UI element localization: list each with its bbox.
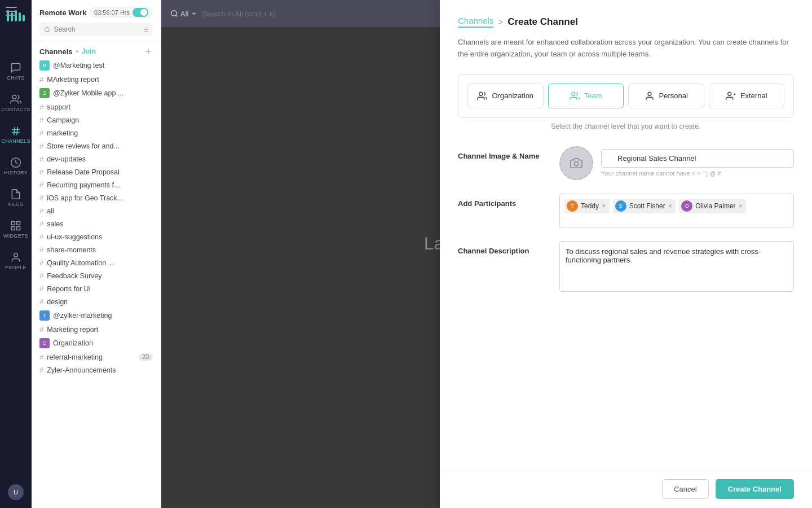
add-participants-row: Add Participants T Teddy × S Scott Fishe… (458, 194, 794, 227)
channel-name: Zyler-Announcements (47, 366, 153, 374)
remove-scott-button[interactable]: × (668, 202, 673, 209)
channel-avatar: O (39, 338, 50, 348)
nav-widgets[interactable]: WIDGETS (2, 214, 29, 244)
organization-icon (477, 91, 487, 101)
svg-point-30 (572, 92, 575, 95)
channel-image-name-label: Channel Image & Name (458, 146, 548, 160)
channel-name: marketing (47, 129, 153, 137)
sidebar-search-box[interactable] (39, 23, 153, 36)
type-option-team[interactable]: Team (548, 84, 624, 108)
channel-item[interactable]: # sales (32, 217, 161, 230)
channel-item[interactable]: # Recurring payments f... (32, 178, 161, 191)
create-channel-modal: Channels > Create Channel Channels are m… (440, 0, 812, 508)
channel-item[interactable]: # design (32, 295, 161, 308)
channel-name: Qaulity Automation ... (47, 259, 153, 267)
filter-icon[interactable] (142, 26, 149, 33)
nav-people[interactable]: PEOPLE (2, 246, 29, 275)
participants-area[interactable]: T Teddy × S Scott Fisher × O Olivia Palm… (559, 194, 794, 227)
sidebar-search-input[interactable] (54, 25, 139, 33)
channel-image-area: # Your channel name cannot have < > " | … (559, 146, 794, 180)
remove-teddy-button[interactable]: × (602, 202, 606, 209)
svg-point-35 (574, 161, 578, 165)
channel-name: share-moments (47, 246, 153, 254)
team-icon (570, 91, 580, 101)
unread-badge: 2D (139, 353, 153, 361)
channel-name-input-wrap: # Your channel name cannot have < > " | … (601, 149, 794, 177)
channel-name: Marketing report (47, 326, 153, 334)
channel-item[interactable]: Z @Zylker Mobile app ... ··· (32, 86, 161, 100)
hash-icon: # (39, 271, 43, 280)
channel-item[interactable]: M @Marketing test ··· (32, 58, 161, 73)
search-icon-top (170, 10, 178, 17)
channel-item[interactable]: # Release Date Proposal (32, 165, 161, 178)
type-option-external[interactable]: External (709, 84, 785, 108)
hash-icon: # (39, 259, 43, 267)
hamburger-icon[interactable] (6, 7, 17, 18)
type-option-personal[interactable]: Personal (628, 84, 704, 108)
search-icon (44, 26, 51, 33)
channel-name: iOS app for Geo Track... (47, 194, 153, 202)
channel-description-input[interactable]: To discuss regional sales and revenue st… (559, 241, 794, 292)
channel-image-name-row: Channel Image & Name # Your channel (458, 146, 794, 180)
nav-channels[interactable]: CHANNELS (2, 120, 29, 149)
nav-files[interactable]: FILES (2, 183, 29, 212)
channel-name-hint: Your channel name cannot have < > " | @ … (601, 170, 794, 177)
nav-contacts[interactable]: CONTACTS (2, 88, 29, 117)
nav-history[interactable]: HISTORY (2, 151, 29, 181)
channel-item[interactable]: # marketing (32, 126, 161, 139)
create-channel-button[interactable]: Create Channel (716, 479, 794, 499)
svg-rect-4 (23, 15, 25, 21)
channel-name: Store reviews for and... (47, 142, 153, 150)
modal-description: Channels are meant for enhanced collabor… (458, 37, 794, 60)
remote-work-toggle[interactable] (133, 8, 148, 17)
channel-item[interactable]: z @zylker-marketing ··· (32, 308, 161, 323)
channel-item[interactable]: # Zyler-Announcements (32, 364, 161, 376)
user-avatar[interactable]: U (8, 484, 24, 500)
channel-list: M @Marketing test ··· # MArketing report… (32, 58, 161, 508)
hash-icon: # (39, 284, 43, 293)
add-channel-icon[interactable] (144, 47, 153, 56)
external-icon (726, 91, 736, 101)
channel-item[interactable]: # share-moments (32, 243, 161, 256)
channel-name-input[interactable] (601, 149, 794, 168)
channel-item[interactable]: # iOS app for Geo Track... (32, 191, 161, 204)
search-scope[interactable]: All (170, 10, 197, 18)
type-option-organization[interactable]: Organization (467, 84, 544, 108)
svg-rect-7 (6, 15, 17, 16)
channel-item[interactable]: # support (32, 100, 161, 113)
participant-avatar-olivia: O (681, 200, 692, 212)
channel-item[interactable]: # MArketing report (32, 73, 161, 86)
participant-name-scott: Scott Fisher (629, 202, 665, 210)
svg-rect-5 (6, 7, 17, 8)
remove-olivia-button[interactable]: × (739, 202, 743, 209)
join-link[interactable]: Join (82, 47, 96, 55)
channel-name: @Zylker Mobile app ... (53, 89, 153, 97)
channel-item[interactable]: # referral-marketing 2D (32, 351, 161, 364)
hash-icon: # (39, 116, 43, 124)
channel-item[interactable]: # all (32, 204, 161, 217)
hash-icon: # (39, 181, 43, 189)
channel-image-upload[interactable] (559, 146, 593, 180)
channel-item[interactable]: # dev-updates (32, 152, 161, 165)
channel-item[interactable]: # Campaign (32, 113, 161, 126)
channel-item[interactable]: # Qaulity Automation ... (32, 256, 161, 269)
svg-rect-16 (12, 226, 15, 230)
channel-name: @Marketing test (53, 62, 153, 69)
channel-item[interactable]: # Reports for UI (32, 282, 161, 295)
svg-point-18 (14, 253, 18, 257)
channel-name: referral-marketing (47, 353, 139, 361)
channel-name: Feedback Survey (47, 272, 153, 280)
breadcrumb-channels[interactable]: Channels (458, 16, 493, 28)
nav-chats[interactable]: CHATS (2, 56, 29, 86)
svg-point-32 (728, 92, 731, 95)
channel-name: all (47, 207, 153, 215)
channel-avatar: z (39, 310, 50, 321)
channel-name: Release Date Proposal (47, 168, 153, 176)
channel-item[interactable]: # Feedback Survey (32, 269, 161, 282)
channel-item[interactable]: # Store reviews for and... (32, 139, 161, 152)
cancel-button[interactable]: Cancel (662, 479, 708, 499)
channel-item[interactable]: # ui-ux-suggestions (32, 230, 161, 243)
channel-avatar: M (39, 60, 50, 71)
channel-item[interactable]: O Organization ··· (32, 336, 161, 351)
channel-item[interactable]: # Marketing report (32, 323, 161, 336)
